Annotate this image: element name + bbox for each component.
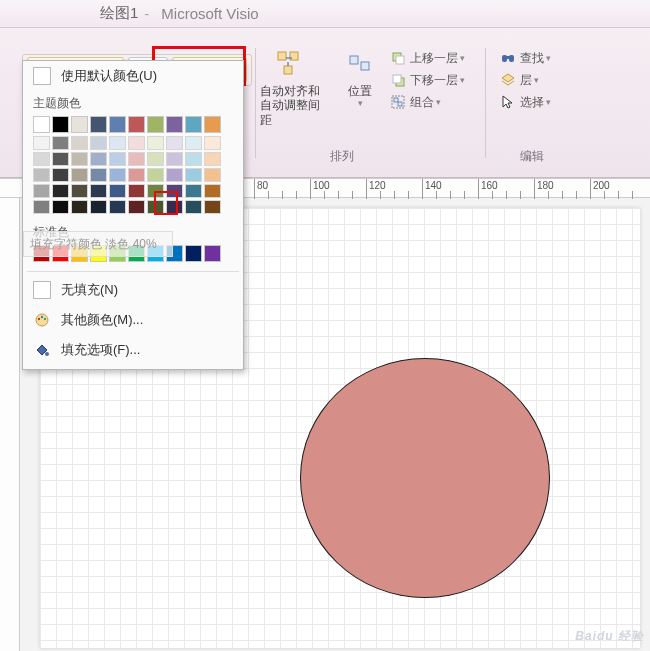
color-swatch[interactable] [166,116,183,133]
more-colors-item[interactable]: 其他颜色(M)... [23,305,243,335]
title-sep: - [144,5,149,22]
bring-forward-button[interactable]: 上移一层▾ [390,48,490,68]
color-swatch[interactable] [204,116,221,133]
color-swatch[interactable] [128,136,145,150]
color-swatch[interactable] [33,200,50,214]
color-swatch[interactable] [128,168,145,182]
color-swatch[interactable] [71,168,88,182]
color-swatch[interactable] [52,136,69,150]
color-swatch[interactable] [33,136,50,150]
no-fill-swatch [33,281,51,299]
svg-rect-16 [506,56,510,59]
select-label: 选择 [520,94,544,111]
color-swatch[interactable] [109,116,126,133]
color-swatch[interactable] [204,184,221,198]
color-swatch[interactable] [90,184,107,198]
color-swatch[interactable] [33,116,50,133]
color-swatch[interactable] [166,152,183,166]
color-swatch[interactable] [33,168,50,182]
color-swatch[interactable] [147,184,164,198]
svg-point-20 [44,318,46,320]
svg-rect-4 [284,66,292,74]
color-swatch[interactable] [33,184,50,198]
auto-align-label-1: 自动对齐和 [260,84,320,98]
color-swatch[interactable] [166,200,183,214]
chevron-down-icon: ▾ [460,75,465,85]
color-swatch[interactable] [71,136,88,150]
select-button[interactable]: 选择▾ [500,92,590,112]
svg-rect-12 [394,98,398,102]
color-swatch[interactable] [204,168,221,182]
color-swatch[interactable] [185,245,202,262]
color-swatch[interactable] [166,136,183,150]
color-swatch[interactable] [33,152,50,166]
color-swatch[interactable] [90,168,107,182]
color-swatch[interactable] [185,136,202,150]
color-swatch[interactable] [166,184,183,198]
watermark: Baidu 经验 [575,628,644,645]
color-swatch[interactable] [147,116,164,133]
ruler-number: 100 [313,180,330,191]
color-swatch[interactable] [109,200,126,214]
color-swatch[interactable] [109,152,126,166]
color-swatch[interactable] [147,136,164,150]
paint-bucket-icon [33,341,51,359]
circle-shape[interactable] [300,358,550,598]
color-swatch[interactable] [90,116,107,133]
color-swatch[interactable] [109,168,126,182]
color-swatch[interactable] [204,200,221,214]
color-swatch[interactable] [128,116,145,133]
ruler-number: 200 [593,180,610,191]
color-swatch[interactable] [52,200,69,214]
document-name: 绘图1 [100,4,138,23]
color-swatch[interactable] [71,200,88,214]
color-swatch[interactable] [204,245,221,262]
color-swatch[interactable] [185,184,202,198]
color-swatch[interactable] [128,152,145,166]
color-swatch[interactable] [52,116,69,133]
color-swatch[interactable] [52,168,69,182]
layer-button[interactable]: 层▾ [500,70,590,90]
color-swatch[interactable] [147,152,164,166]
color-swatch[interactable] [109,136,126,150]
auto-align-button[interactable]: 自动对齐和 自动调整间距 [260,48,330,127]
color-swatch[interactable] [204,136,221,150]
color-swatch[interactable] [71,184,88,198]
chevron-down-icon: ▾ [436,97,441,107]
svg-rect-3 [290,52,298,60]
color-tooltip-text: 填充字符颜色 淡色 40% [30,236,157,253]
color-swatch[interactable] [90,200,107,214]
find-label: 查找 [520,50,544,67]
color-swatch[interactable] [185,168,202,182]
color-swatch[interactable] [204,152,221,166]
color-swatch[interactable] [185,200,202,214]
select-cursor-icon [500,94,516,110]
no-fill-item[interactable]: 无填充(N) [23,275,243,305]
position-button[interactable]: 位置 ▾ [340,48,380,109]
send-backward-button[interactable]: 下移一层▾ [390,70,490,90]
color-swatch[interactable] [128,200,145,214]
theme-base-row [23,114,243,135]
color-swatch[interactable] [147,200,164,214]
color-swatch[interactable] [128,184,145,198]
find-button[interactable]: 查找▾ [500,48,590,68]
svg-point-21 [45,352,49,356]
fill-options-item[interactable]: 填充选项(F)... [23,335,243,365]
color-swatch[interactable] [109,184,126,198]
edit-group-label: 编辑 [520,148,544,165]
color-swatch[interactable] [71,152,88,166]
svg-rect-13 [398,102,402,106]
color-swatch[interactable] [185,116,202,133]
color-swatch[interactable] [166,168,183,182]
use-default-color-item[interactable]: 使用默认颜色(U) [23,61,243,91]
color-swatch[interactable] [71,116,88,133]
color-swatch[interactable] [90,152,107,166]
color-swatch[interactable] [90,136,107,150]
color-swatch[interactable] [147,168,164,182]
ribbon-separator [255,48,256,158]
color-swatch[interactable] [52,184,69,198]
color-swatch[interactable] [185,152,202,166]
align-icon [274,48,306,80]
group-button[interactable]: 组合▾ [390,92,490,112]
color-swatch[interactable] [52,152,69,166]
